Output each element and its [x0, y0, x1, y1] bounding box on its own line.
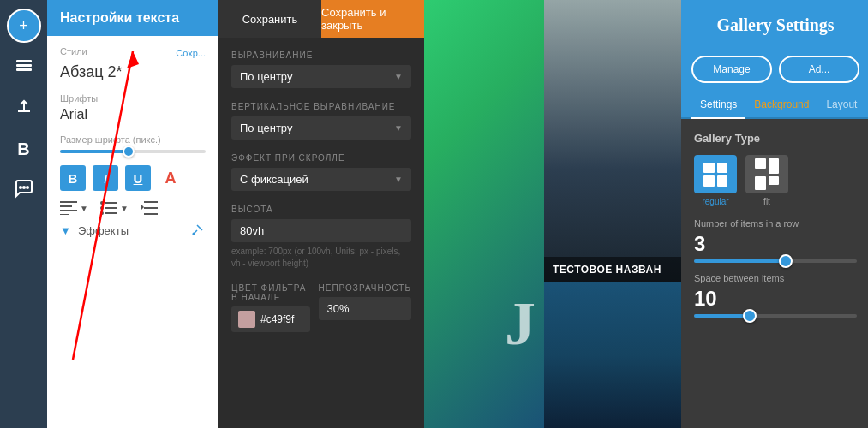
type-regular-icon	[694, 155, 737, 193]
svg-point-3	[22, 186, 26, 189]
scroll-dropdown[interactable]: С фиксацией ▼	[231, 168, 411, 191]
color-label: ЦВЕТ ФИЛЬТРА В НАЧАЛЕ	[231, 283, 310, 302]
manage-button[interactable]: Manage	[691, 56, 772, 83]
text-b-icon: B	[17, 140, 29, 159]
photo-panel: J	[424, 0, 544, 428]
color-hex: #c49f9f	[260, 313, 294, 325]
opacity-value: 30%	[319, 297, 411, 320]
height-label: ВЫСОТА	[231, 205, 411, 214]
add-icon: +	[19, 17, 28, 35]
items-row-label: Number of items in a row	[694, 218, 857, 229]
svg-rect-11	[105, 202, 117, 204]
type-fit-icon	[745, 155, 788, 193]
space-slider[interactable]	[694, 314, 857, 318]
svg-point-10	[100, 201, 104, 205]
vertical-section: ВЕРТИКАЛЬНОЕ ВЫРАВНИВАНИЕ По центру ▼	[231, 102, 411, 140]
type-regular[interactable]: regular	[694, 155, 737, 206]
upload-button[interactable]	[7, 91, 41, 125]
gallery-tabs: Settings Background Layout	[681, 92, 868, 119]
underline-button[interactable]: U	[125, 165, 151, 191]
color-button[interactable]: A	[158, 165, 183, 191]
tab-settings[interactable]: Settings	[691, 92, 745, 119]
text-settings-body: Стили Сохр... Абзац 2* Шрифты Arial Разм…	[47, 36, 218, 428]
layout-header: Сохранить Сохранить и закрыть	[218, 0, 424, 38]
svg-rect-2	[16, 68, 32, 71]
save-close-button[interactable]: Сохранить и закрыть	[321, 0, 424, 38]
items-row-value: 3	[694, 232, 857, 256]
list-chevron-icon: ▼	[120, 204, 129, 213]
gallery-photo-panel: ТЕСТОВОЕ НАЗВАН	[544, 0, 681, 428]
height-input[interactable]	[231, 219, 411, 242]
styles-save-link[interactable]: Сохр...	[176, 48, 206, 58]
size-row: Размер шрифта (пикс.)	[60, 134, 206, 153]
text-button[interactable]: B	[7, 132, 41, 166]
gallery-type-options: regular fit	[694, 155, 857, 206]
gallery-settings-body: Gallery Type regular	[681, 119, 868, 428]
space-section: Space between items 10	[694, 273, 857, 318]
indent-button[interactable]	[141, 201, 158, 215]
vertical-dropdown-arrow: ▼	[394, 123, 403, 133]
chevron-down-icon: ▼	[80, 204, 88, 213]
svg-rect-1	[16, 64, 32, 67]
space-label: Space between items	[694, 273, 857, 283]
effects-arrow-icon: ▼	[60, 224, 71, 237]
add-button[interactable]: +	[7, 9, 41, 43]
height-section: ВЫСОТА example: 700px (or 100vh, Units: …	[231, 205, 411, 270]
gallery-mountain-bg	[544, 0, 681, 282]
list-button[interactable]: ▼	[100, 201, 129, 215]
tab-layout[interactable]: Layout	[817, 92, 865, 117]
scroll-dropdown-arrow: ▼	[394, 175, 403, 184]
chat-button[interactable]	[7, 173, 41, 207]
bold-button[interactable]: B	[60, 165, 86, 191]
gallery-settings-panel: Gallery Settings Manage Ad... Settings B…	[681, 0, 868, 428]
italic-button[interactable]: I	[93, 165, 118, 191]
vertical-label: ВЕРТИКАЛЬНОЕ ВЫРАВНИВАНИЕ	[231, 102, 411, 111]
alignment-section: ВЫРАВНИВАНИЕ По центру ▼	[231, 51, 411, 88]
alignment-dropdown-arrow: ▼	[394, 72, 403, 81]
layers-button[interactable]	[7, 50, 41, 84]
svg-point-4	[19, 186, 22, 189]
photo-background	[424, 0, 544, 428]
photo-overlay-letter: J	[505, 288, 536, 360]
type-fit[interactable]: fit	[745, 155, 788, 206]
align-row: ▼ ▼	[60, 201, 206, 215]
add-button-gallery[interactable]: Ad...	[779, 56, 859, 83]
alignment-dropdown[interactable]: По центру ▼	[231, 65, 411, 88]
items-row-slider[interactable]	[694, 259, 857, 263]
effects-label: Эффекты	[78, 224, 129, 237]
svg-point-14	[100, 211, 104, 215]
svg-rect-0	[16, 60, 32, 62]
alignment-label: ВЫРАВНИВАНИЕ	[231, 51, 411, 60]
gallery-photo-top: ТЕСТОВОЕ НАЗВАН	[544, 0, 681, 282]
tab-background[interactable]: Background	[745, 92, 817, 117]
size-slider[interactable]	[60, 150, 206, 153]
space-value: 10	[694, 287, 857, 311]
svg-rect-15	[105, 212, 117, 214]
text-settings-panel: Настройки текста Стили Сохр... Абзац 2* …	[47, 0, 218, 428]
layout-settings-panel: Сохранить Сохранить и закрыть ВЫРАВНИВАН…	[218, 0, 424, 428]
save-button[interactable]: Сохранить	[218, 0, 321, 38]
fonts-row: Шрифты Arial	[60, 93, 206, 122]
text-settings-title: Настройки текста	[60, 10, 179, 25]
scroll-section: ЭФФЕКТ ПРИ СКРОЛЛЕ С фиксацией ▼	[231, 153, 411, 191]
svg-rect-16	[144, 201, 158, 203]
color-opacity-row: ЦВЕТ ФИЛЬТРА В НАЧАЛЕ #c49f9f НЕПРОЗРАЧН…	[231, 283, 411, 332]
upload-icon	[15, 97, 33, 120]
font-value: Arial	[60, 107, 206, 122]
svg-point-19	[193, 233, 195, 235]
height-note: example: 700px (or 100vh, Units: px - pi…	[231, 246, 411, 270]
type-regular-label: regular	[702, 197, 728, 206]
format-buttons-row: B I U A	[60, 165, 206, 191]
styles-label: Стили	[60, 46, 87, 56]
svg-rect-6	[60, 201, 77, 203]
color-input[interactable]: #c49f9f	[231, 306, 310, 332]
text-settings-header: Настройки текста	[47, 0, 218, 36]
svg-point-12	[100, 206, 104, 210]
items-row-section: Number of items in a row 3	[694, 218, 857, 263]
vertical-dropdown[interactable]: По центру ▼	[231, 116, 411, 140]
svg-point-5	[26, 186, 29, 189]
svg-rect-9	[60, 214, 69, 215]
style-value: Абзац 2*	[60, 63, 206, 81]
svg-rect-7	[60, 205, 72, 207]
align-left-button[interactable]: ▼	[60, 201, 88, 215]
